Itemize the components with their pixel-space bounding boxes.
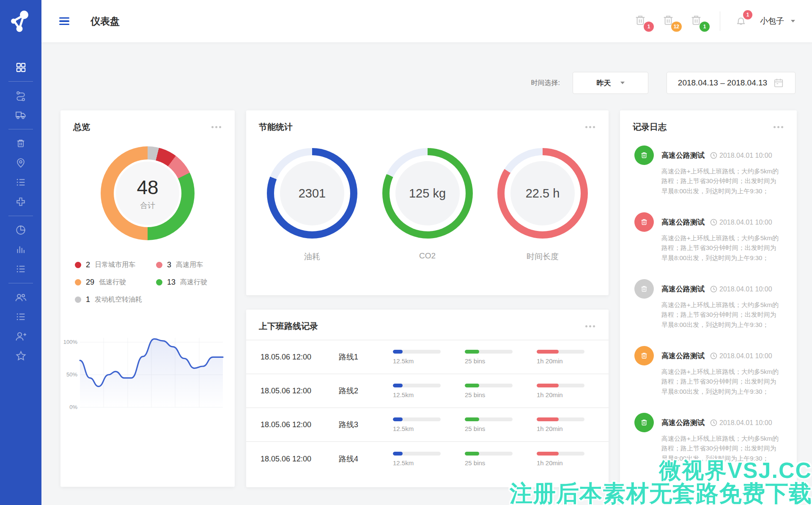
table-row[interactable]: 18.05.06 12:00 路线4 12.5km 25 bins 1h 20m… bbox=[246, 442, 609, 476]
sidebar-divider bbox=[8, 283, 33, 283]
log-description: 高速公路+上环线上班路线；大约多5km的路程；路上节省30分钟时间；出发时间为早… bbox=[661, 166, 782, 196]
log-title: 高速公路测试 bbox=[661, 418, 705, 428]
sidebar-item-users-group[interactable] bbox=[0, 288, 41, 307]
duration-label: 1h 20min bbox=[537, 357, 584, 365]
sidebar-item-pie-stats[interactable] bbox=[0, 220, 41, 240]
table-row[interactable]: 18.05.06 12:00 路线1 12.5km 25 bins 1h 20m… bbox=[246, 340, 609, 374]
legend-label: 发动机空转油耗 bbox=[95, 295, 142, 304]
sidebar-item-dashboard[interactable] bbox=[0, 58, 41, 77]
ring-label: CO2 bbox=[419, 251, 436, 261]
table-row[interactable]: 18.05.06 12:00 路线3 12.5km 25 bins 1h 20m… bbox=[246, 408, 609, 442]
ring-value: 2301 bbox=[299, 187, 326, 200]
distance-label: 12.5km bbox=[393, 357, 441, 365]
log-avatar-trash-icon bbox=[634, 279, 654, 299]
trash-notification-2[interactable]: 12 bbox=[661, 11, 678, 31]
time-preset-value: 昨天 bbox=[597, 78, 611, 88]
sidebar-item-add-user[interactable] bbox=[0, 327, 41, 346]
ring-chart: 125 kg bbox=[382, 148, 473, 239]
log-avatar-trash-icon bbox=[634, 145, 654, 165]
badge-count: 1 bbox=[700, 22, 710, 32]
legend-value: 13 bbox=[167, 278, 176, 287]
duration-label: 1h 20min bbox=[537, 459, 584, 467]
sidebar-nav bbox=[0, 58, 41, 365]
badge-count: 1 bbox=[644, 22, 654, 32]
sidebar-item-routes[interactable] bbox=[0, 86, 41, 105]
list-item[interactable]: 高速公路测试 2018.04.01 10:00 高速公路+上环线上班路线；大约多… bbox=[634, 212, 782, 279]
chevron-down-icon bbox=[620, 82, 625, 84]
card-menu-dots-icon[interactable] bbox=[584, 324, 597, 329]
donut-total-value: 48 bbox=[137, 176, 158, 199]
legend-item: 3 高速用车 bbox=[156, 261, 235, 269]
trend-area bbox=[80, 339, 223, 407]
commute-routes-card: 上下班路线记录 18.05.06 12:00 路线1 12.5km 25 bin… bbox=[246, 310, 609, 487]
clock-icon bbox=[710, 285, 717, 293]
legend-dot bbox=[75, 262, 81, 268]
sidebar-item-records[interactable] bbox=[0, 259, 41, 279]
sidebar bbox=[0, 0, 41, 505]
badge-count: 12 bbox=[671, 22, 682, 32]
log-avatar-trash-icon bbox=[634, 346, 654, 365]
log-avatar-trash-icon bbox=[634, 212, 654, 232]
trash-notification-1[interactable]: 1 bbox=[634, 11, 650, 31]
legend-label: 高速用车 bbox=[176, 261, 203, 269]
bell-icon[interactable]: 1 bbox=[734, 13, 749, 30]
ring-label: 油耗 bbox=[304, 251, 320, 262]
list-item[interactable]: 高速公路测试 2018.04.01 10:00 高速公路+上环线上班路线；大约多… bbox=[634, 346, 782, 413]
log-entries: 高速公路测试 2018.04.01 10:00 高速公路+上环线上班路线；大约多… bbox=[620, 140, 797, 480]
sidebar-item-trash[interactable] bbox=[0, 134, 41, 153]
distance-bar: 12.5km bbox=[393, 384, 441, 398]
card-menu-dots-icon[interactable] bbox=[210, 124, 223, 130]
route-name: 路线2 bbox=[339, 386, 393, 396]
route-name: 路线1 bbox=[339, 352, 393, 362]
legend-value: 3 bbox=[167, 261, 171, 269]
log-time: 2018.04.01 10:00 bbox=[710, 219, 772, 226]
sidebar-item-user-list[interactable] bbox=[0, 307, 41, 327]
top-header: 仪表盘 1 12 1 1 小包子 bbox=[41, 0, 812, 42]
log-title: 高速公路测试 bbox=[661, 151, 705, 160]
list-item[interactable]: 高速公路测试 2018.04.01 10:00 高速公路+上环线上班路线；大约多… bbox=[634, 145, 782, 212]
list-item[interactable]: 高速公路测试 2018.04.01 10:00 高速公路+上环线上班路线；大约多… bbox=[634, 279, 782, 346]
log-time: 2018.04.01 10:00 bbox=[710, 152, 772, 159]
route-rows: 18.05.06 12:00 路线1 12.5km 25 bins 1h 20m… bbox=[246, 340, 609, 476]
card-menu-dots-icon[interactable] bbox=[584, 124, 597, 130]
overview-legend: 2 日常城市用车 3 高速用车 29 低速行驶 13 高速行驶 1 发动机空转油… bbox=[75, 261, 235, 304]
log-title: 高速公路测试 bbox=[661, 351, 705, 361]
sidebar-item-locations[interactable] bbox=[0, 153, 41, 173]
user-menu[interactable]: 小包子 bbox=[760, 16, 795, 27]
card-menu-dots-icon[interactable] bbox=[772, 124, 785, 130]
clock-icon bbox=[710, 352, 717, 360]
legend-dot bbox=[75, 296, 81, 303]
route-date: 18.05.06 12:00 bbox=[261, 353, 339, 362]
table-row[interactable]: 18.05.06 12:00 路线2 12.5km 25 bins 1h 20m… bbox=[246, 374, 609, 408]
date-range-picker[interactable]: 2018.04.13 – 2018.04.13 bbox=[667, 72, 796, 94]
list-item[interactable]: 高速公路测试 2018.04.01 10:00 高速公路+上环线上班路线；大约多… bbox=[634, 413, 782, 480]
header-divider bbox=[720, 11, 720, 31]
legend-item: 2 日常城市用车 bbox=[75, 261, 156, 269]
legend-value: 29 bbox=[86, 278, 94, 287]
legend-dot bbox=[156, 262, 162, 268]
log-description: 高速公路+上环线上班路线；大约多5km的路程；路上节省30分钟时间；出发时间为早… bbox=[661, 233, 782, 263]
time-preset-select[interactable]: 昨天 bbox=[573, 72, 648, 94]
bins-bar: 25 bins bbox=[465, 417, 513, 432]
app-logo-icon[interactable] bbox=[8, 8, 33, 33]
sidebar-item-favorites[interactable] bbox=[0, 346, 41, 365]
sidebar-item-bar-stats[interactable] bbox=[0, 240, 41, 259]
menu-toggle-icon[interactable] bbox=[59, 17, 69, 25]
duration-bar: 1h 20min bbox=[537, 384, 584, 398]
legend-dot bbox=[75, 279, 81, 285]
ring-duration: 22.5 h 时间长度 bbox=[497, 148, 588, 262]
sidebar-item-list[interactable] bbox=[0, 173, 41, 192]
legend-label: 日常城市用车 bbox=[95, 261, 135, 269]
clock-icon bbox=[710, 219, 717, 226]
y-axis-label-0: 0% bbox=[69, 404, 77, 410]
sidebar-item-add-record[interactable] bbox=[0, 192, 41, 211]
sidebar-item-vehicles[interactable] bbox=[0, 105, 41, 125]
bins-bar: 25 bins bbox=[465, 350, 513, 365]
bins-label: 25 bins bbox=[465, 425, 513, 432]
date-range-value: 2018.04.13 – 2018.04.13 bbox=[678, 78, 767, 88]
ring-chart: 2301 bbox=[267, 148, 357, 239]
trash-notification-3[interactable]: 1 bbox=[689, 11, 706, 31]
clock-icon bbox=[710, 419, 717, 426]
clock-icon bbox=[710, 152, 717, 159]
ring-co2: 125 kg CO2 bbox=[382, 148, 473, 262]
